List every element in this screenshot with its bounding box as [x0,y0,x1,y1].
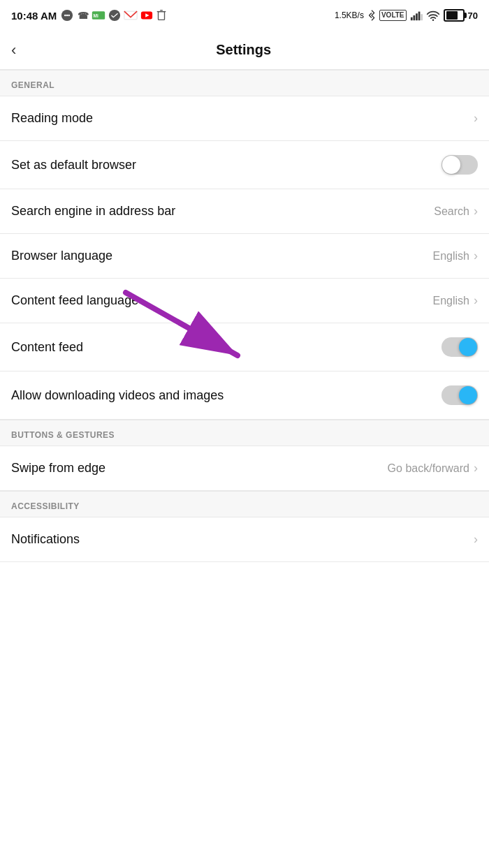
allow-downloading-toggle[interactable] [441,385,478,405]
bluetooth-icon [367,9,376,22]
default-browser-toggle[interactable] [441,155,478,175]
status-bar: 10:48 AM ☎ Mi 1.5KB/s VOLTE [0,0,489,31]
toggle-knob [459,386,477,404]
settings-item-reading-mode[interactable]: Reading mode › [0,96,489,141]
toggle-knob [459,338,477,356]
credit-icon: Mi [92,9,105,22]
content-feed-language-value: English [433,295,469,307]
time-display: 10:48 AM [11,10,57,22]
volte-badge: VOLTE [379,10,407,21]
svg-point-22 [432,19,434,21]
browser-language-label: Browser language [11,249,112,263]
chevron-icon: › [474,111,478,126]
battery-icon [444,9,465,22]
toggle-knob [442,156,460,174]
svg-text:☎: ☎ [78,11,89,21]
back-button[interactable]: ‹ [11,41,30,59]
chevron-icon: › [474,532,478,547]
settings-item-content-feed[interactable]: Content feed [0,323,489,372]
gmail-icon [124,9,138,22]
svg-text:Mi: Mi [94,13,99,18]
settings-item-notifications[interactable]: Notifications › [0,517,489,562]
chevron-icon: › [474,249,478,263]
content-feed-language-wrapper: Content feed language English › [0,279,489,323]
battery-level: 70 [468,10,478,21]
content-feed-toggle[interactable] [441,337,478,357]
section-accessibility: ACCESSIBILITY [0,491,489,517]
settings-item-allow-downloading[interactable]: Allow downloading videos and images [0,372,489,420]
network-speed: 1.5KB/s [335,10,364,20]
svg-rect-21 [421,14,423,20]
trash-icon [156,9,167,22]
section-buttons-gestures: BUTTONS & GESTURES [0,420,489,446]
search-engine-value: Search [434,205,469,218]
notifications-label: Notifications [11,532,80,547]
call-icon: ☎ [76,9,89,22]
chevron-icon: › [474,461,478,476]
svg-point-3 [68,15,71,17]
svg-point-1 [64,15,66,17]
svg-rect-18 [413,15,415,20]
svg-rect-12 [159,12,165,20]
swipe-from-edge-value: Go back/forward [388,462,469,475]
svg-line-16 [369,15,372,18]
default-browser-label: Set as default browser [11,158,136,172]
browser-language-value: English [433,250,469,263]
settings-item-content-feed-language[interactable]: Content feed language English › [0,279,489,323]
settings-item-search-engine[interactable]: Search engine in address bar Search › [0,189,489,234]
content-feed-language-label: Content feed language [11,293,138,308]
settings-item-browser-language[interactable]: Browser language English › [0,234,489,279]
settings-item-swipe-from-edge[interactable]: Swipe from edge Go back/forward › [0,446,489,491]
svg-point-2 [66,15,68,17]
chevron-icon: › [474,204,478,219]
svg-line-15 [369,13,372,15]
reading-mode-right: › [474,111,478,126]
wifi-icon [426,10,440,21]
svg-rect-20 [418,12,420,21]
status-right: 1.5KB/s VOLTE 70 [335,9,478,22]
settings-item-default-browser[interactable]: Set as default browser [0,141,489,189]
status-icons-left: ☎ Mi [61,9,167,22]
notifications-right: › [474,532,478,547]
reading-mode-label: Reading mode [11,111,93,126]
content-feed-label: Content feed [11,340,83,355]
telegram-icon [108,9,121,22]
svg-rect-19 [416,13,418,20]
chevron-icon: › [474,293,478,308]
allow-downloading-label: Allow downloading videos and images [11,388,224,403]
svg-point-8 [109,10,120,21]
page-title: Settings [30,42,478,58]
signal-icon [410,10,423,21]
youtube-icon [140,9,153,22]
browser-language-right: English › [433,249,478,263]
svg-rect-17 [410,17,412,21]
section-general: GENERAL [0,70,489,96]
content-feed-language-right: English › [433,293,478,308]
messenger-icon [61,9,73,22]
swipe-from-edge-label: Swipe from edge [11,461,105,476]
search-engine-right: Search › [434,204,478,219]
status-time: 10:48 AM ☎ Mi [11,9,167,22]
app-header: ‹ Settings [0,31,489,70]
search-engine-label: Search engine in address bar [11,204,175,219]
swipe-from-edge-right: Go back/forward › [388,461,478,476]
